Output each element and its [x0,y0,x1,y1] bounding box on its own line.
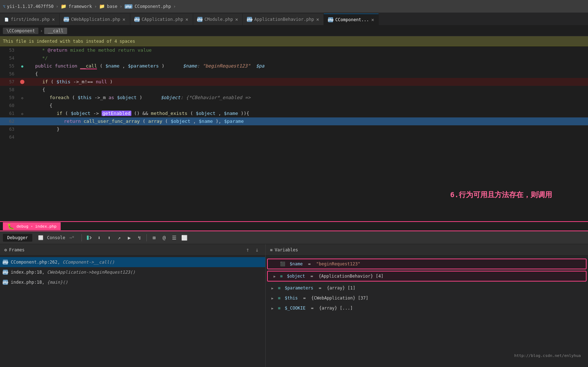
line-code-57: if ( $this ->_m!== null ) [27,78,588,86]
var-eq-4: = [300,296,308,301]
gutter-61: ◇ [18,112,27,116]
code-line-58: 58 { [0,86,588,94]
tab-php-icon-3: php [135,17,140,22]
var-val-1: "beginRequest123" [316,261,360,266]
line-code-60: { [27,102,588,110]
variables-icon: ≡ [270,247,272,252]
gutter-59: ◇ [18,96,27,100]
frame-nav: ↑ ↓ [244,246,261,254]
tab-close-2[interactable]: × [122,17,125,22]
var-icon-name: ⬛ [280,261,285,266]
code-line-57: 57 if ( $this ->_m!== null ) [0,78,588,86]
debug-separator: • [31,224,33,229]
file-name-title[interactable]: CComponent.php [135,4,171,9]
frame-up-btn[interactable]: ↑ [244,246,252,254]
repo-name: yii-1.1.17.467ff50 [7,4,53,9]
line-code-58: { [27,86,588,94]
toolbar-divider-2 [146,234,147,241]
code-line-53: 53 * @return mixed the method return val… [0,46,588,54]
line-code-63: } [27,125,588,133]
frames-btn[interactable]: ⬜ [180,233,188,242]
breadcrumb-call[interactable]: __call [44,28,67,34]
step-into-btn[interactable]: ⬇ [95,233,103,242]
var-name-3: $parameters [285,285,313,291]
gutter-55: ● [18,64,27,68]
tab-close-4[interactable]: × [235,17,238,22]
tab-close-5[interactable]: × [316,17,319,22]
code-line-61: 61 ◇ if ( $object -> getEnabled () && me… [0,110,588,117]
frame-down-btn[interactable]: ↓ [253,246,261,254]
frame-text-1: CComponent.php:262, CComponent->__call() [11,260,115,265]
var-expand-object[interactable]: ▶ [272,274,277,279]
tab-close-1[interactable]: × [52,17,55,22]
var-val-3: {array} [1] [327,285,355,291]
var-icon-parameters: ≡ [278,285,280,291]
breadcrumb-separator: › [40,28,43,33]
frame-item-1[interactable]: php CComponent.php:262, CComponent->__ca… [0,257,265,267]
tab-php-icon-6: php [328,17,333,22]
list-btn[interactable]: ☰ [170,233,178,242]
folder-icon-2: 📁 [99,4,105,9]
code-line-60: 60 { [0,102,588,110]
line-code-59: foreach ( $this ->_m as $object ) $objec… [27,94,588,102]
breadcrumb-ccomponent[interactable]: \CComponent [3,28,38,34]
breadcrumb-bar: \CComponent › __call [0,25,588,36]
breakpoint-57[interactable] [20,80,24,84]
frame-item-2[interactable]: php index.php:18, CWebApplication->begin… [0,267,265,277]
code-container: 53 * @return mixed the method return val… [0,46,588,141]
path-framework[interactable]: framework [69,4,92,9]
var-eq-2: = [308,274,316,279]
var-item-object: ▶ ≡ $object = {ApplicationBehavior} [4] [267,271,587,282]
debug-panel: Debugger ⬜ Console →* ⬇ ⬆ ↗ ▶ ↯ ⊞ @ ☰ ⬜ [0,231,588,367]
tab-cmodule[interactable]: php CModule.php × [193,14,243,25]
editor-section[interactable]: 53 * @return mixed the method return val… [0,46,588,221]
code-line-56: 56 { [0,70,588,78]
tab-cwebapp[interactable]: php CWebApplication.php × [60,14,130,25]
var-expand-cookie[interactable]: ▶ [270,306,275,311]
force-step-btn[interactable]: ↯ [135,233,144,242]
var-eq-3: = [316,285,324,291]
tab-capplication[interactable]: php CApplication.php × [130,14,193,25]
tab-ccomponent[interactable]: php CComponent... × [324,14,379,25]
resume-btn[interactable]: ▶ [125,233,134,242]
chevron-right-icon: › [173,4,176,9]
frame-item-3[interactable]: php index.php:18, {main}() [0,277,265,287]
code-line-62: 62 return call_user_func_array ( array (… [0,117,588,125]
line-number-53: 53 [0,48,18,53]
tab-appbehavior[interactable]: php ApplicationBehavior.php × [243,14,324,25]
calculator-btn[interactable]: ⊞ [150,233,158,242]
line-number-62: 62 [0,119,18,124]
run-cursor-btn[interactable]: ↗ [115,233,123,242]
frame-text-3: index.php:18, {main}() [11,280,68,285]
line-code-53: * @return mixed the method return value [27,46,588,54]
line-number-63: 63 [0,127,18,132]
line-code-54: */ [27,54,588,62]
debug-content: ⚙ Frames ↑ ↓ php CComponent.php:262, CCo… [0,244,588,367]
url-watermark: http://blog.csdn.net/enlyhua [514,353,581,358]
var-expand-this[interactable]: ▶ [270,296,275,301]
debugger-tab[interactable]: Debugger [3,234,32,242]
var-expand-parameters[interactable]: ▶ [270,285,275,291]
tab-first-index[interactable]: 📄 first/index.php × [0,14,60,25]
tab-bar: 📄 first/index.php × php CWebApplication.… [0,13,588,25]
var-name-4: $this [285,296,298,301]
php-icon-title: php [125,4,132,9]
var-val-2: {ApplicationBehavior} [4] [319,274,384,279]
tab-close-3[interactable]: × [185,17,188,22]
tab-php-icon-4: php [197,17,202,22]
watch-btn[interactable]: @ [160,233,168,242]
step-over-btn[interactable] [85,233,93,242]
frame-php-icon-2: php [3,270,8,275]
info-bar: This file is indented with tabs instead … [0,36,588,46]
debug-tab-debug[interactable]: 🐛 debug • index.php [3,222,61,230]
console-tab[interactable]: ⬜ Console →* [34,234,79,242]
tab-close-6[interactable]: × [371,17,374,23]
line-number-61: 61 [0,111,18,116]
line-code-56: { [27,70,588,78]
step-out-btn[interactable]: ⬆ [105,233,113,242]
tab-icon-1: 📄 [4,18,9,22]
path-base[interactable]: base [107,4,117,9]
var-val-4: {CWebApplication} [37] [311,296,368,301]
var-name-5: $_COOKIE [285,306,305,311]
var-eq-1: = [305,261,313,266]
